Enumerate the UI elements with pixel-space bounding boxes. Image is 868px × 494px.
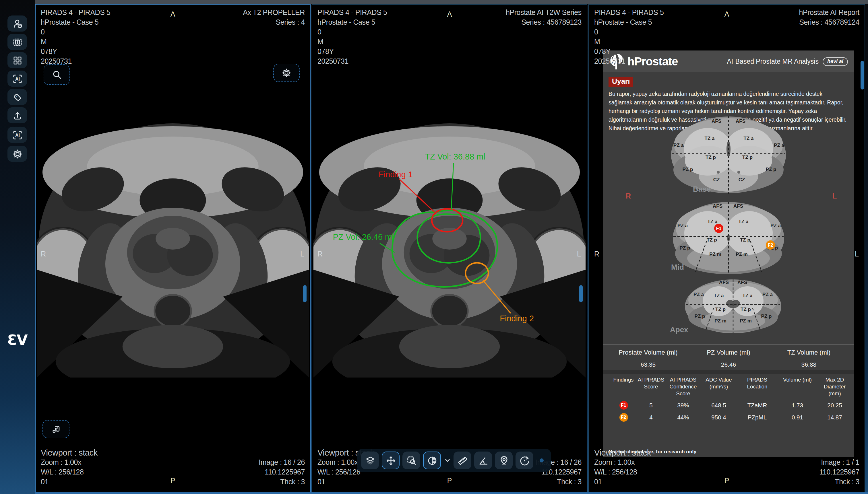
user-history-icon: [12, 18, 23, 29]
prostate-diagram-base: AFS AFS TZ a TZ a PZ a PZ a TZ p TZ p PZ…: [669, 115, 788, 195]
col-header-location: PIRADS Location: [737, 376, 778, 391]
series-search-button[interactable]: [44, 64, 70, 85]
viewport-settings-button[interactable]: [273, 64, 300, 82]
f1-confidence: 39%: [665, 402, 701, 408]
zone-label-pza: PZ a: [774, 142, 784, 148]
pz-volume-label: PZ Volume (ml): [688, 349, 769, 356]
pz-volume-value: 26.46: [688, 361, 769, 368]
vp1-stack-scrollbar[interactable]: [303, 285, 307, 302]
zone-label-pzp: PZ p: [695, 313, 705, 319]
ai-report-icon: AI: [12, 129, 23, 140]
toolbar-drag-handle[interactable]: [540, 458, 544, 462]
viewport-1-t2-propeller[interactable]: PIRADS 4 - PIRADS 5 hProstate - Case 5 0…: [35, 4, 311, 492]
sidebar-button-patient-history[interactable]: [7, 16, 27, 32]
viewport-mode: Viewport : stack: [594, 448, 651, 458]
volume-summary-row: Prostate Volume (ml) 63.35 PZ Volume (ml…: [603, 344, 854, 374]
section-label-apex: Apex: [670, 325, 688, 334]
window-level-tool-button[interactable]: [423, 452, 441, 469]
sidebar-button-layout-grid[interactable]: [7, 52, 27, 68]
probe-tool-button[interactable]: [495, 452, 513, 469]
rotate-tool-button[interactable]: [516, 452, 533, 469]
sidebar-button-ai-report[interactable]: AI: [7, 127, 27, 143]
vp2-stack-scrollbar[interactable]: [579, 285, 583, 302]
window-level-presets-dropdown[interactable]: [444, 452, 451, 469]
vp1-status-left: Viewport : stack Zoom : 1.00x W/L : 256/…: [41, 448, 97, 487]
vp1-patient-info: PIRADS 4 - PIRADS 5 hProstate - Case 5 0…: [41, 8, 111, 66]
vp3-patient-info: PIRADS 4 - PIRADS 5 hProstate - Case 5 0…: [594, 8, 664, 66]
orientation-marker-p: P: [170, 477, 176, 485]
length-tool-button[interactable]: [454, 452, 471, 469]
report-orientation-l: L: [832, 192, 837, 200]
finding1-contour: [432, 209, 463, 232]
sidebar: AI AI: [0, 0, 34, 494]
series-index: 01: [594, 477, 651, 487]
slice-thickness: Thck : 3: [819, 477, 860, 487]
finding-marker-f1: F1: [714, 224, 723, 233]
zone-label-afs: AFS: [713, 203, 722, 209]
zone-label-tza: TZ a: [705, 135, 715, 141]
patient-sex: M: [41, 37, 111, 47]
study-label: PIRADS 4 - PIRADS 5: [317, 8, 387, 18]
viewport-2-ai-t2w[interactable]: PIRADS 4 - PIRADS 5 hProstate - Case 5 0…: [312, 4, 587, 492]
sidebar-button-tags[interactable]: [7, 89, 27, 105]
patient-name: hProstate - Case 5: [41, 18, 111, 27]
prostate-volume-cell: Prostate Volume (ml) 63.35: [608, 349, 688, 368]
prostate-diagram-apex: AFS AFS PZ a PZ a TZ a TZ a TZ p TZ p PZ…: [684, 278, 782, 335]
slice-location: 110.1225967: [259, 468, 305, 477]
finding2-annotation: Finding 2: [500, 314, 534, 323]
sidebar-button-viewport-layout[interactable]: [7, 34, 27, 50]
vp3-status-right: Image : 1 / 1 110.1225967 Thck : 3: [819, 458, 860, 487]
patient-age: 078Y: [41, 47, 111, 57]
f2-location: PZpML: [737, 414, 778, 420]
zone-label-tza: TZ a: [714, 292, 724, 298]
mri-pelvis-render: [37, 122, 309, 378]
study-date: 20250731: [317, 57, 387, 66]
report-subtitle: AI-Based Prostate MR Analysis: [727, 58, 819, 65]
angle-tool-button[interactable]: [474, 452, 492, 469]
col-header-findings: Findings: [610, 376, 636, 383]
pz-contour: [392, 210, 497, 287]
vp3-report-scrollbar[interactable]: [861, 61, 864, 90]
collapse-viewport-button[interactable]: [42, 420, 70, 438]
sidebar-button-ai-detect[interactable]: AI: [7, 71, 27, 87]
report-subtitle-group: AI-Based Prostate MR Analysis hevi ai: [727, 57, 848, 66]
layers-tool-button[interactable]: [361, 452, 379, 469]
zone-label-tza: TZ a: [739, 218, 749, 224]
collapse-icon: [51, 424, 61, 434]
pan-tool-button[interactable]: [382, 452, 400, 469]
tz-volume-value: 36.88: [769, 361, 849, 368]
zone-label-afs: AFS: [733, 203, 743, 209]
zone-label-tza: TZ a: [707, 218, 718, 224]
gear-icon: [281, 68, 292, 78]
probe-pin-icon: [499, 455, 509, 466]
layers-icon: [365, 455, 375, 466]
tz-vol-leader-line: [451, 163, 454, 211]
section-label-mid: Mid: [671, 263, 684, 271]
zone-label-pzm: PZ m: [709, 251, 721, 257]
f1-location: TZaMR: [737, 402, 778, 408]
patient-name: hProstate - Case 5: [594, 18, 664, 27]
f1-badge: F1: [619, 401, 628, 410]
sidebar-button-settings[interactable]: [7, 146, 27, 162]
ai-detect-icon: AI: [12, 73, 23, 84]
report-orientation-r: R: [626, 192, 631, 200]
finding-marker-f2: F2: [766, 241, 775, 250]
f1-volume: 1.73: [778, 402, 817, 408]
zoom-region-tool-button[interactable]: [402, 452, 420, 469]
image-index: Image : 16 / 26: [259, 458, 305, 468]
zone-label-tzp: TZ p: [715, 306, 726, 312]
viewport-3-ai-report[interactable]: PIRADS 4 - PIRADS 5 hProstate - Case 5 0…: [588, 4, 865, 492]
zone-label-tza: TZ a: [744, 135, 754, 141]
prostate-volume-label: Prostate Volume (ml): [608, 349, 688, 356]
mri-image-axial-t2[interactable]: [37, 122, 309, 378]
f1-adc: 648.5: [701, 402, 737, 408]
slice-thickness: Thck : 3: [535, 477, 581, 487]
col-header-volume: Volume (ml): [778, 376, 817, 383]
zone-label-afs: AFS: [737, 280, 747, 285]
ai-segmentation-overlay: TZ Vol: 36.88 ml Finding 1 PZ Vol: 26.46…: [313, 122, 586, 378]
window-level-value: W/L : 256/128: [41, 468, 97, 477]
angle-icon: [478, 455, 488, 466]
zone-label-pzm: PZ m: [715, 318, 726, 324]
series-number: Series : 4: [243, 18, 305, 27]
sidebar-button-upload[interactable]: [7, 107, 27, 124]
